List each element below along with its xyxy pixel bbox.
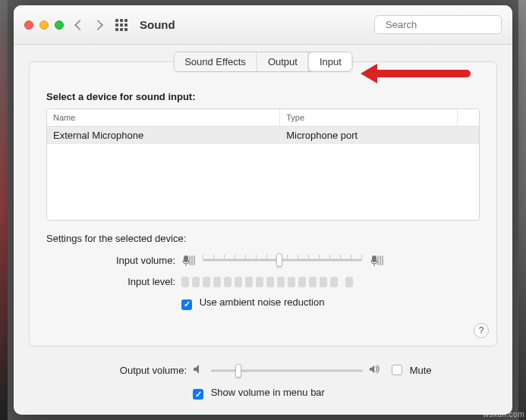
back-button[interactable]	[74, 19, 85, 30]
tab-input[interactable]: Input	[309, 52, 352, 71]
mic-low-icon	[181, 255, 189, 265]
output-volume-slider[interactable]	[211, 364, 363, 378]
forward-button[interactable]	[93, 19, 103, 30]
speaker-low-icon	[193, 364, 205, 378]
show-volume-row: Show volume in menu bar	[29, 387, 497, 400]
device-name: External Microphone	[47, 127, 280, 144]
output-volume-knob[interactable]	[235, 364, 241, 378]
minimize-button[interactable]	[39, 20, 49, 30]
input-volume-row: Input volume:	[46, 253, 480, 267]
watermark: wsxdn.com	[483, 410, 524, 418]
tab-output[interactable]: Output	[257, 52, 309, 71]
input-level-row: Input level:	[46, 276, 480, 287]
input-level-label: Input level:	[46, 276, 181, 287]
device-select-heading: Select a device for sound input:	[46, 91, 480, 102]
tab-bar: Sound Effects Output Input	[173, 52, 353, 72]
show-all-icon[interactable]	[115, 19, 128, 31]
input-volume-label: Input volume:	[46, 255, 181, 266]
mic-high-bars	[377, 255, 383, 265]
noise-reduction-checkbox[interactable]: Use ambient noise reduction	[181, 296, 324, 310]
search-input[interactable]	[386, 19, 512, 30]
input-devices-table: Name Type External Microphone Microphone…	[46, 108, 480, 221]
search-field[interactable]	[374, 15, 502, 34]
close-button[interactable]	[24, 20, 33, 30]
checkbox-icon	[193, 389, 203, 400]
window-title: Sound	[140, 18, 175, 31]
svg-rect-2	[184, 255, 188, 262]
column-name[interactable]: Name	[47, 109, 280, 126]
input-volume-knob[interactable]	[276, 253, 282, 267]
column-spacer	[458, 109, 479, 126]
device-type: Microphone port	[280, 127, 479, 144]
show-volume-checkbox[interactable]: Show volume in menu bar	[193, 387, 325, 400]
column-type[interactable]: Type	[280, 109, 458, 126]
table-row[interactable]: External Microphone Microphone port	[47, 127, 479, 144]
window-toolbar: Sound	[14, 5, 512, 45]
sound-preferences-window: Sound Sound Effects Output Input Select …	[14, 5, 512, 415]
noise-reduction-row: Use ambient noise reduction	[46, 296, 480, 310]
input-volume-slider[interactable]	[203, 253, 362, 267]
device-settings-heading: Settings for the selected device:	[46, 233, 480, 244]
mute-label: Mute	[410, 365, 432, 376]
show-volume-label: Show volume in menu bar	[211, 387, 325, 398]
table-header: Name Type	[47, 109, 479, 127]
nav-buttons	[76, 21, 102, 29]
settings-pane: Sound Effects Output Input Select a devi…	[29, 61, 497, 346]
wallpaper-left	[0, 0, 8, 420]
mute-checkbox[interactable]: Mute	[392, 365, 432, 376]
footer-controls: Output volume: Mute Show volume in menu …	[29, 364, 497, 409]
wallpaper-right	[518, 0, 526, 420]
speaker-high-icon	[369, 364, 381, 378]
mic-high-icon	[370, 255, 377, 265]
tab-sound-effects[interactable]: Sound Effects	[174, 52, 257, 71]
zoom-button[interactable]	[55, 20, 64, 30]
output-volume-row: Output volume: Mute	[29, 364, 497, 378]
noise-reduction-label: Use ambient noise reduction	[200, 296, 325, 308]
input-level-meter	[181, 277, 353, 287]
mic-low-bars	[189, 255, 195, 265]
checkbox-icon	[392, 365, 402, 375]
window-controls	[24, 20, 64, 30]
checkbox-icon	[181, 299, 192, 310]
help-button[interactable]: ?	[474, 323, 489, 338]
svg-rect-4	[372, 255, 376, 262]
output-volume-label: Output volume:	[29, 365, 193, 376]
